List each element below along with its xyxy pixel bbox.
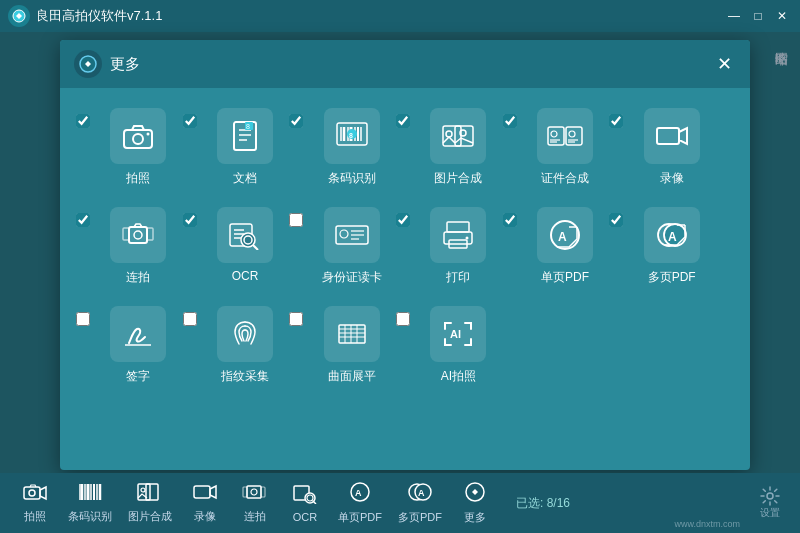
icon-aiphoto: AI bbox=[430, 306, 486, 362]
main-area: 缩略图 更多 ✕ bbox=[0, 32, 800, 533]
checkbox-imgmerge[interactable] bbox=[396, 114, 410, 128]
label-print: 打印 bbox=[446, 269, 470, 286]
icon-imgmerge bbox=[430, 108, 486, 164]
fingerprint-icon bbox=[229, 318, 261, 350]
statusbar-burst-label: 连拍 bbox=[244, 509, 266, 524]
svg-point-77 bbox=[141, 488, 145, 492]
items-grid-row2: 连拍 bbox=[90, 207, 720, 286]
checkbox-sign[interactable] bbox=[76, 312, 90, 326]
label-fingerprint: 指纹采集 bbox=[221, 368, 269, 385]
icon-idcard bbox=[324, 207, 380, 263]
grid-item-barcode[interactable]: 8 条码识别 bbox=[303, 108, 400, 187]
statusbar-imgmerge-label: 图片合成 bbox=[128, 509, 172, 524]
checkbox-doc[interactable] bbox=[183, 114, 197, 128]
checkbox-multipdf[interactable] bbox=[609, 213, 623, 227]
checkbox-barcode[interactable] bbox=[289, 114, 303, 128]
document-icon: 8 bbox=[231, 120, 259, 152]
statusbar-ocr[interactable]: OCR bbox=[280, 480, 330, 527]
statusbar-more[interactable]: 更多 bbox=[450, 477, 500, 529]
svg-point-3 bbox=[133, 134, 143, 144]
burst-s-icon bbox=[242, 482, 268, 502]
svg-text:A: A bbox=[668, 230, 677, 244]
grid-item-burst[interactable]: 连拍 bbox=[90, 207, 187, 286]
settings-button[interactable]: 设置 bbox=[760, 486, 780, 520]
checkbox-idcard[interactable] bbox=[289, 213, 303, 227]
svg-rect-76 bbox=[146, 484, 158, 500]
grid-item-record[interactable]: 录像 bbox=[623, 108, 720, 187]
app-logo bbox=[8, 5, 30, 27]
statusbar-record[interactable]: 录像 bbox=[180, 478, 230, 528]
label-singlepdf: 单页PDF bbox=[541, 269, 589, 286]
checkbox-fingerprint[interactable] bbox=[183, 312, 197, 326]
idcard-icon bbox=[334, 221, 370, 249]
dialog-body: 拍照 8 文档 bbox=[60, 88, 750, 470]
checkbox-idmerge[interactable] bbox=[503, 114, 517, 128]
svg-text:A: A bbox=[418, 488, 425, 498]
svg-point-36 bbox=[241, 233, 255, 247]
grid-item-singlepdf[interactable]: A 单页PDF bbox=[517, 207, 614, 286]
label-photo: 拍照 bbox=[126, 170, 150, 187]
grid-item-sign[interactable]: 签字 bbox=[90, 306, 187, 385]
more-s-icon bbox=[463, 481, 487, 503]
logo-icon bbox=[11, 8, 27, 24]
icon-burst bbox=[110, 207, 166, 263]
grid-item-multipdf[interactable]: A 多页PDF bbox=[623, 207, 720, 286]
label-record: 录像 bbox=[660, 170, 684, 187]
statusbar-multipdf[interactable]: A 多页PDF bbox=[390, 477, 450, 529]
aiphoto-icon: AI bbox=[441, 319, 475, 349]
icon-sign bbox=[110, 306, 166, 362]
grid-item-fingerprint[interactable]: 指纹采集 bbox=[197, 306, 294, 385]
window-close-button[interactable]: ✕ bbox=[772, 6, 792, 26]
print-icon bbox=[441, 220, 475, 250]
settings-label: 设置 bbox=[760, 506, 780, 520]
statusbar-burst-icon bbox=[242, 482, 268, 507]
grid-item-ocr[interactable]: OCR bbox=[197, 207, 294, 286]
checkbox-ocr[interactable] bbox=[183, 213, 197, 227]
label-idcard: 身份证读卡 bbox=[322, 269, 382, 286]
grid-item-photo[interactable]: 拍照 bbox=[90, 108, 187, 187]
svg-point-27 bbox=[569, 131, 575, 137]
icon-fingerprint bbox=[217, 306, 273, 362]
icon-idmerge bbox=[537, 108, 593, 164]
svg-text:A: A bbox=[355, 488, 362, 498]
grid-item-doc[interactable]: 8 文档 bbox=[197, 108, 294, 187]
grid-item-idcard[interactable]: 身份证读卡 bbox=[303, 207, 400, 286]
minimize-button[interactable]: — bbox=[724, 6, 744, 26]
statusbar-photo[interactable]: 拍照 bbox=[10, 478, 60, 528]
checkbox-print[interactable] bbox=[396, 213, 410, 227]
checkbox-flatten[interactable] bbox=[289, 312, 303, 326]
svg-point-80 bbox=[251, 489, 257, 495]
label-idmerge: 证件合成 bbox=[541, 170, 589, 187]
icon-singlepdf: A bbox=[537, 207, 593, 263]
dialog-close-button[interactable]: ✕ bbox=[713, 53, 736, 75]
statusbar-more-label: 更多 bbox=[464, 510, 486, 525]
grid-item-flatten[interactable]: 曲面展平 bbox=[303, 306, 400, 385]
statusbar-ocr-icon bbox=[293, 484, 317, 509]
grid-item-aiphoto[interactable]: AI AI拍照 bbox=[410, 306, 507, 385]
statusbar-singlepdf[interactable]: A 单页PDF bbox=[330, 477, 390, 529]
camera-icon bbox=[122, 122, 154, 150]
grid-item-print[interactable]: 打印 bbox=[410, 207, 507, 286]
statusbar-more-icon bbox=[463, 481, 487, 508]
grid-item-imgmerge[interactable]: 图片合成 bbox=[410, 108, 507, 187]
grid-item-idmerge[interactable]: 证件合成 bbox=[517, 108, 614, 187]
settings-icon bbox=[760, 486, 780, 506]
statusbar-singlepdf-label: 单页PDF bbox=[338, 510, 382, 525]
label-doc: 文档 bbox=[233, 170, 257, 187]
record-icon bbox=[655, 122, 689, 150]
checkbox-record[interactable] bbox=[609, 114, 623, 128]
statusbar-burst[interactable]: 连拍 bbox=[230, 478, 280, 528]
checkbox-aiphoto[interactable] bbox=[396, 312, 410, 326]
checkbox-photo[interactable] bbox=[76, 114, 90, 128]
icon-doc: 8 bbox=[217, 108, 273, 164]
label-ocr: OCR bbox=[232, 269, 259, 283]
statusbar-barcode[interactable]: 条码识别 bbox=[60, 478, 120, 528]
svg-line-86 bbox=[313, 501, 316, 504]
checkbox-burst[interactable] bbox=[76, 213, 90, 227]
maximize-button[interactable]: □ bbox=[748, 6, 768, 26]
checkbox-singlepdf[interactable] bbox=[503, 213, 517, 227]
statusbar-imgmerge[interactable]: 图片合成 bbox=[120, 478, 180, 528]
statusbar-singlepdf-icon: A bbox=[349, 481, 371, 508]
svg-point-50 bbox=[466, 237, 469, 240]
svg-rect-78 bbox=[194, 486, 210, 498]
